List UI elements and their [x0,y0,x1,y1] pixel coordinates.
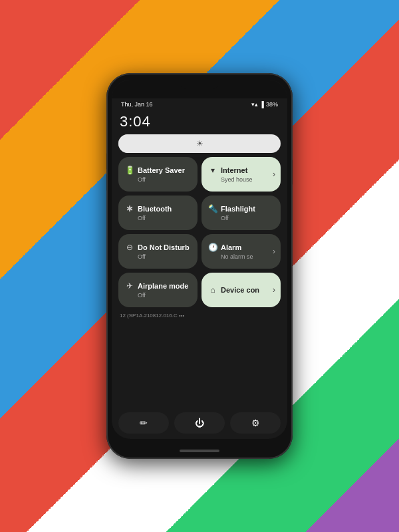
status-bar: Thu, Jan 16 ▾▴ ▐ 38% [112,98,287,109]
alarm-header: 🕐 Alarm [208,243,274,252]
dnd-icon: ⊖ [125,243,134,252]
dnd-status: Off [125,253,191,260]
edit-icon: ✏ [140,418,148,428]
phone-screen: Thu, Jan 16 ▾▴ ▐ 38% 3:04 ☀ [112,80,287,439]
bluetooth-status: Off [125,215,191,221]
bluetooth-icon: ✱ [125,204,134,213]
battery-percentage: 38% [266,101,278,108]
airplane-mode-tile[interactable]: ✈ Airplane mode Off [118,273,198,307]
internet-icon: ▾ [208,166,217,175]
battery-saver-icon: 🔋 [125,166,134,175]
flashlight-title: Flashlight [221,205,255,213]
airplane-title: Airplane mode [138,282,188,290]
power-icon: ⏻ [195,418,204,428]
internet-title: Internet [221,166,247,174]
edit-button[interactable]: ✏ [118,412,169,434]
brightness-icon: ☀ [196,139,203,148]
brightness-fill [118,134,200,153]
notch [180,80,219,89]
battery-saver-header: 🔋 Battery Saver [125,166,191,175]
device-controls-header: ⌂ Device con [208,285,274,295]
volume-up-button[interactable] [106,153,107,170]
flashlight-header: 🔦 Flashlight [208,204,274,213]
phone-device: Thu, Jan 16 ▾▴ ▐ 38% 3:04 ☀ [106,73,293,459]
internet-header: ▾ Internet [208,166,274,175]
flashlight-tile[interactable]: 🔦 Flashlight Off [201,196,281,230]
power-button[interactable] [292,160,293,185]
bluetooth-tile[interactable]: ✱ Bluetooth Off [118,196,198,230]
battery-saver-status: Off [125,176,191,183]
battery-saver-title: Battery Saver [138,166,185,174]
alarm-title: Alarm [221,243,241,251]
volume-down-button[interactable] [106,174,107,191]
time-row: 3:04 [118,113,281,130]
signal-icon: ▐ [260,101,264,108]
home-indicator[interactable] [180,450,219,452]
brightness-slider[interactable]: ☀ [118,134,281,153]
internet-status: Syed house [208,176,274,183]
do-not-disturb-tile[interactable]: ⊖ Do Not Disturb Off [118,234,198,269]
alarm-icon: 🕐 [208,243,217,252]
dnd-title: Do Not Disturb [138,243,190,251]
internet-arrow-icon: › [273,170,275,179]
dnd-header: ⊖ Do Not Disturb [125,243,191,252]
build-info: 12 (SP1A.210812.016.C ••• [118,313,281,319]
settings-button[interactable]: ⚙ [230,412,281,434]
quick-settings-panel: 3:04 ☀ 🔋 Battery Saver Off [112,109,287,410]
device-controls-icon: ⌂ [208,285,217,295]
power-button-action[interactable]: ⏻ [174,412,225,434]
toggle-grid: 🔋 Battery Saver Off ▾ Internet Syed hous… [118,157,281,307]
alarm-status: No alarm se [208,253,274,260]
airplane-header: ✈ Airplane mode [125,281,191,291]
status-right: ▾▴ ▐ 38% [251,101,278,108]
status-date: Thu, Jan 16 [121,101,153,108]
airplane-icon: ✈ [125,281,134,291]
device-controls-tile[interactable]: ⌂ Device con › [201,273,281,307]
device-controls-arrow-icon: › [273,285,275,295]
bluetooth-title: Bluetooth [138,205,172,213]
notch-bar [112,80,287,98]
clock-display: 3:04 [120,113,151,130]
airplane-status: Off [125,292,191,299]
alarm-tile[interactable]: 🕐 Alarm No alarm se › [201,234,281,269]
bottom-actions-row: ✏ ⏻ ⚙ [112,410,287,439]
alarm-arrow-icon: › [273,247,275,256]
settings-icon: ⚙ [251,418,260,428]
flashlight-status: Off [208,215,274,221]
flashlight-icon: 🔦 [208,204,217,213]
device-controls-title: Device con [221,286,259,294]
bluetooth-header: ✱ Bluetooth [125,204,191,213]
battery-saver-tile[interactable]: 🔋 Battery Saver Off [118,157,198,192]
internet-tile[interactable]: ▾ Internet Syed house › [201,157,281,192]
wifi-signal-icon: ▾▴ [251,101,258,108]
